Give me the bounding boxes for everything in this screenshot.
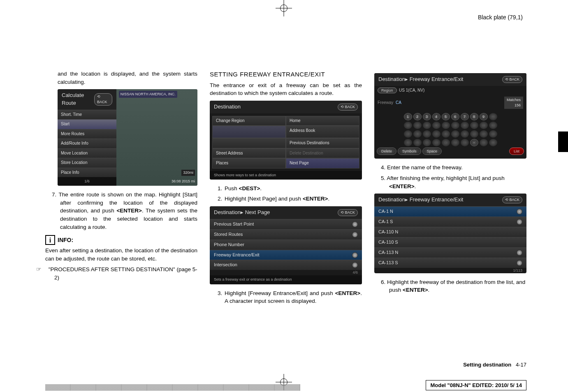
menu-address-book[interactable]: Address Book bbox=[286, 126, 359, 138]
symbols-button[interactable]: Symbols bbox=[398, 148, 421, 155]
delete-button[interactable]: Delete bbox=[377, 148, 396, 155]
key[interactable]: J bbox=[489, 122, 497, 129]
key[interactable]: T bbox=[489, 130, 497, 138]
column-1: and the location is displayed, and the s… bbox=[45, 70, 197, 309]
key[interactable]: Q bbox=[461, 130, 469, 138]
back-button[interactable]: ⟲ BACK bbox=[502, 196, 522, 203]
key[interactable]: X bbox=[432, 139, 440, 146]
list-button[interactable]: List bbox=[509, 148, 524, 155]
key[interactable]: 6 bbox=[451, 113, 459, 120]
back-button[interactable]: ⟲ BACK bbox=[502, 76, 522, 83]
calc-item[interactable]: Store Location bbox=[58, 158, 116, 168]
key[interactable]: 9 bbox=[480, 113, 488, 120]
list-item[interactable]: CA-110 N bbox=[374, 227, 526, 237]
key[interactable]: H bbox=[470, 122, 478, 129]
key[interactable]: R bbox=[470, 130, 478, 138]
calc-item[interactable]: Short. Time bbox=[58, 110, 116, 120]
space-button[interactable]: Space bbox=[422, 148, 442, 155]
key[interactable]: 1 bbox=[404, 113, 412, 120]
back-button[interactable]: ⟲ BACK bbox=[338, 209, 358, 216]
key[interactable]: Z bbox=[451, 139, 459, 146]
scroll-down-icon[interactable] bbox=[352, 262, 358, 268]
menu-next-page[interactable]: Next Page bbox=[286, 158, 359, 168]
calc-item-start[interactable]: Start bbox=[58, 119, 116, 129]
scroll-icon[interactable] bbox=[352, 252, 358, 258]
scroll-icon[interactable] bbox=[517, 219, 522, 225]
keyboard: 1234567890 ABCDEFGHIJ KLMNOPQRST UVWXYZ&… bbox=[374, 111, 526, 159]
key[interactable]: W bbox=[423, 139, 431, 146]
key[interactable]: P bbox=[451, 130, 459, 138]
key[interactable]: L bbox=[413, 130, 422, 138]
key[interactable]: B bbox=[413, 122, 422, 129]
menu-places[interactable]: Places bbox=[212, 158, 286, 168]
scroll-icon[interactable] bbox=[352, 232, 358, 238]
list-item[interactable]: Intersection bbox=[210, 260, 362, 270]
calc-item[interactable]: More Routes bbox=[58, 129, 116, 139]
list-item[interactable]: CA-1 S bbox=[374, 217, 526, 227]
key[interactable]: S bbox=[480, 130, 488, 138]
key[interactable]: . bbox=[489, 139, 497, 146]
calc-item[interactable]: Add/Route Info bbox=[58, 138, 116, 148]
key[interactable]: M bbox=[423, 130, 431, 138]
key[interactable]: O bbox=[442, 130, 450, 138]
plate-label: Black plate (79,1) bbox=[478, 14, 523, 21]
density-bar bbox=[45, 384, 300, 391]
key[interactable]: Y bbox=[442, 139, 450, 146]
registration-mark-top bbox=[276, 0, 292, 16]
dest-hint: Shows more ways to set a destination bbox=[210, 171, 362, 180]
thumb-tab bbox=[558, 131, 568, 152]
calc-page-indicator: 1/6 bbox=[58, 177, 116, 186]
scroll-up-icon[interactable] bbox=[352, 221, 358, 227]
calc-item[interactable]: Place Info bbox=[58, 168, 116, 178]
key[interactable]: / bbox=[480, 139, 488, 146]
step-7: The entire route is shown on the map. Hi… bbox=[59, 191, 197, 231]
key[interactable]: 3 bbox=[423, 113, 431, 120]
list-item-freeway[interactable]: Freeway Entrance/Exit bbox=[210, 250, 362, 260]
col1-intro: and the location is displayed, and the s… bbox=[45, 70, 197, 86]
list-item[interactable]: CA-113 N bbox=[374, 247, 526, 258]
list-item[interactable]: Stored Routes bbox=[210, 229, 362, 240]
region-button[interactable]: Region bbox=[378, 88, 397, 93]
back-button[interactable]: ⟲ BACK bbox=[338, 104, 358, 111]
key[interactable]: C bbox=[423, 122, 431, 129]
list-item[interactable]: CA-110 S bbox=[374, 237, 526, 247]
info-body: Even after setting a destination, the lo… bbox=[45, 247, 197, 263]
key[interactable]: K bbox=[404, 130, 412, 138]
scroll-up-icon[interactable] bbox=[517, 209, 522, 214]
key[interactable]: F bbox=[451, 122, 459, 129]
list-item[interactable]: Previous Start Point bbox=[210, 219, 362, 229]
scroll-icon[interactable] bbox=[517, 250, 522, 256]
scroll-down-icon[interactable] bbox=[517, 260, 522, 266]
menu-street-address[interactable]: Street Address bbox=[212, 148, 286, 159]
map-time-dist: 36:08 2015 mi bbox=[172, 179, 195, 184]
key[interactable]: & bbox=[461, 139, 469, 146]
back-button[interactable]: ⟲ BACK bbox=[94, 93, 112, 106]
page-counter: 4/6 bbox=[210, 270, 362, 275]
menu-change-region[interactable]: Change Region bbox=[212, 116, 286, 126]
key[interactable]: 5 bbox=[442, 113, 450, 120]
key[interactable]: 2 bbox=[413, 113, 422, 120]
menu-prev-dest[interactable]: Previous Destinations bbox=[286, 138, 359, 148]
step-list-2: Push <DEST>. Highlight [Next Page] and p… bbox=[210, 184, 362, 203]
key[interactable]: 8 bbox=[470, 113, 478, 120]
key[interactable]: D bbox=[432, 122, 440, 129]
key[interactable]: 0 bbox=[489, 113, 497, 120]
key[interactable]: V bbox=[413, 139, 422, 146]
list-item[interactable]: CA-113 S bbox=[374, 258, 526, 268]
key[interactable]: G bbox=[461, 122, 469, 129]
key[interactable]: - bbox=[470, 139, 478, 146]
calc-item[interactable]: Move Location bbox=[58, 148, 116, 158]
key[interactable]: A bbox=[404, 122, 412, 129]
key[interactable]: 4 bbox=[432, 113, 440, 120]
key[interactable]: N bbox=[432, 130, 440, 138]
list-item[interactable]: Phone Number bbox=[210, 240, 362, 250]
key[interactable]: 7 bbox=[461, 113, 469, 120]
step-3: Highlight [Freeway Entrance/Exit] and pu… bbox=[224, 289, 362, 305]
list-item[interactable]: CA-1 N bbox=[374, 206, 526, 217]
key[interactable]: U bbox=[404, 139, 412, 146]
menu-home[interactable]: Home bbox=[286, 116, 359, 126]
step-list-4: Enter the name of the freeway. After fin… bbox=[374, 164, 526, 190]
key[interactable]: E bbox=[442, 122, 450, 129]
key[interactable]: I bbox=[480, 122, 488, 129]
nextpage-title: Destination▸ Next Page bbox=[214, 209, 270, 217]
